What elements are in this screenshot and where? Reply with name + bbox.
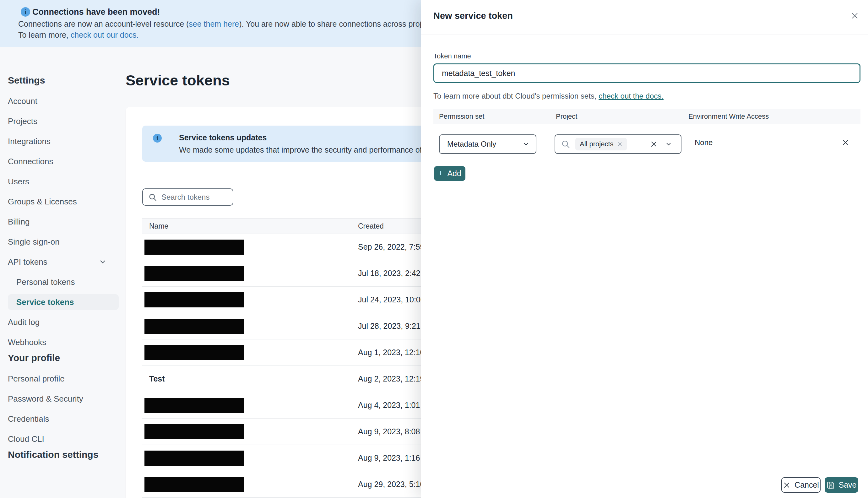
sidebar-section-items: Personal profile Password & Security Cre… bbox=[8, 369, 126, 449]
page-title: Service tokens bbox=[126, 71, 230, 89]
sidebar-item[interactable]: Cloud CLI bbox=[8, 429, 119, 449]
redacted-token-name bbox=[144, 292, 244, 307]
column-header-permission-set: Permission set bbox=[433, 113, 556, 121]
infobox-title: Service tokens updates bbox=[179, 133, 267, 142]
token-name-cell bbox=[142, 398, 358, 413]
search-icon bbox=[561, 140, 570, 149]
token-name-label: Token name bbox=[433, 52, 471, 60]
token-name-cell bbox=[142, 450, 358, 466]
redacted-token-name bbox=[144, 319, 244, 334]
sidebar-item[interactable]: Personal profile bbox=[8, 369, 119, 389]
column-header-env-write-access: Environment Write Access bbox=[688, 113, 769, 121]
env-write-access-value: None bbox=[695, 124, 712, 161]
token-name-cell bbox=[142, 424, 358, 439]
sidebar-section-heading: Your profile bbox=[8, 352, 126, 364]
permission-set-value: Metadata Only bbox=[447, 140, 523, 148]
see-them-here-link[interactable]: see them here bbox=[189, 19, 239, 28]
token-name-cell bbox=[142, 319, 358, 334]
banner-text: To learn more, bbox=[18, 30, 71, 39]
sidebar-item[interactable]: Webhooks bbox=[8, 332, 119, 352]
sidebar-item-label: Webhooks bbox=[8, 338, 46, 347]
sidebar-item[interactable]: Connections bbox=[8, 151, 119, 171]
sidebar-item[interactable]: Account bbox=[8, 91, 119, 111]
save-button-label: Save bbox=[839, 481, 857, 489]
banner-text: Connections are now an account-level res… bbox=[18, 19, 189, 28]
search-input[interactable] bbox=[161, 193, 227, 201]
sidebar-item-label: Connections bbox=[8, 157, 53, 166]
sidebar-section-items: Account Projects Integrations Connection… bbox=[8, 91, 126, 352]
add-button-label: Add bbox=[447, 169, 461, 178]
save-icon bbox=[827, 481, 835, 489]
search-icon bbox=[148, 193, 157, 201]
sidebar-item-label: Users bbox=[8, 177, 29, 186]
token-name-input[interactable] bbox=[433, 63, 860, 83]
settings-sidebar: Settings Account Projects Integrations bbox=[0, 47, 126, 498]
cancel-button[interactable]: Cancel bbox=[781, 477, 820, 493]
drawer-header-divider bbox=[421, 35, 868, 35]
sidebar-item[interactable]: Service tokens bbox=[8, 294, 119, 310]
sidebar-item[interactable]: Projects bbox=[8, 111, 119, 131]
add-permission-button[interactable]: + Add bbox=[434, 166, 465, 181]
sidebar-item-label: API tokens bbox=[8, 257, 48, 266]
sidebar-section: Your profile Personal profile Password &… bbox=[8, 352, 126, 449]
redacted-token-name bbox=[144, 450, 244, 466]
all-projects-chip[interactable]: All projects bbox=[575, 138, 627, 150]
remove-chip-icon[interactable] bbox=[617, 142, 622, 147]
redacted-token-name bbox=[144, 239, 244, 255]
sidebar-item[interactable]: Groups & Licenses bbox=[8, 192, 119, 212]
sidebar-item-label: Service tokens bbox=[8, 297, 74, 307]
token-name-cell bbox=[142, 239, 358, 255]
sidebar-item-label: Credentials bbox=[8, 414, 49, 423]
sidebar-item-label: Billing bbox=[8, 217, 29, 226]
app-root: i Connections have been moved! Connectio… bbox=[0, 0, 868, 498]
new-service-token-drawer: New service token Token name To learn mo… bbox=[421, 0, 868, 498]
sidebar-item-label: Account bbox=[8, 96, 37, 106]
token-name-cell: Test bbox=[142, 374, 358, 383]
plus-icon: + bbox=[438, 169, 443, 178]
sidebar-item-label: Groups & Licenses bbox=[8, 197, 77, 206]
sidebar-item[interactable]: API tokens bbox=[8, 252, 119, 272]
sidebar-section: Notification settings bbox=[8, 449, 126, 460]
chevron-down-icon[interactable] bbox=[98, 258, 107, 266]
sidebar-item[interactable]: Single sign-on bbox=[8, 232, 119, 252]
sidebar-item-label: Single sign-on bbox=[8, 237, 60, 247]
sidebar-item-label: Audit log bbox=[8, 317, 40, 327]
permission-helper-text: To learn more about dbt Cloud's permissi… bbox=[433, 92, 663, 101]
sidebar-item-label: Personal profile bbox=[8, 374, 65, 383]
chip-label: All projects bbox=[580, 140, 614, 148]
redacted-token-name bbox=[144, 477, 244, 492]
token-name-cell bbox=[142, 345, 358, 360]
banner-body-line: To learn more, check out our docs. bbox=[18, 30, 139, 40]
redacted-token-name bbox=[144, 424, 244, 439]
sidebar-section: Settings Account Projects Integrations bbox=[8, 75, 126, 352]
drawer-footer: Cancel Save bbox=[421, 471, 868, 498]
info-icon: i bbox=[21, 7, 30, 17]
sidebar-item[interactable]: Credentials bbox=[8, 409, 119, 429]
drawer-title: New service token bbox=[433, 11, 513, 21]
search-tokens-box[interactable] bbox=[142, 188, 233, 206]
permission-set-select[interactable]: Metadata Only bbox=[439, 134, 536, 154]
close-icon bbox=[783, 481, 790, 489]
helper-prefix: To learn more about dbt Cloud's permissi… bbox=[433, 92, 599, 100]
sidebar-item[interactable]: Billing bbox=[8, 212, 119, 232]
sidebar-item[interactable]: Audit log bbox=[8, 312, 119, 332]
sidebar-item[interactable]: Password & Security bbox=[8, 389, 119, 409]
banner-title: Connections have been moved! bbox=[32, 7, 160, 17]
sidebar-item[interactable]: Integrations bbox=[8, 131, 119, 151]
remove-row-icon[interactable] bbox=[842, 124, 849, 161]
column-header-created: Created bbox=[358, 222, 384, 231]
sidebar-item[interactable]: Users bbox=[8, 171, 119, 192]
clear-selection-icon[interactable] bbox=[650, 140, 658, 148]
check-out-the-docs-link[interactable]: check out the docs. bbox=[599, 92, 663, 100]
token-name-cell bbox=[142, 477, 358, 492]
project-multiselect[interactable]: All projects bbox=[555, 134, 682, 154]
sidebar-item[interactable]: Personal tokens bbox=[8, 272, 119, 292]
close-icon[interactable] bbox=[851, 11, 859, 20]
chevron-down-icon[interactable] bbox=[665, 141, 672, 147]
column-header-project: Project bbox=[556, 113, 688, 121]
permission-row: Metadata Only All projects bbox=[433, 124, 860, 161]
save-button[interactable]: Save bbox=[825, 477, 858, 493]
permission-table-header: Permission set Project Environment Write… bbox=[433, 109, 860, 124]
info-icon: i bbox=[153, 134, 162, 143]
check-out-docs-link[interactable]: check out our docs. bbox=[71, 30, 139, 39]
